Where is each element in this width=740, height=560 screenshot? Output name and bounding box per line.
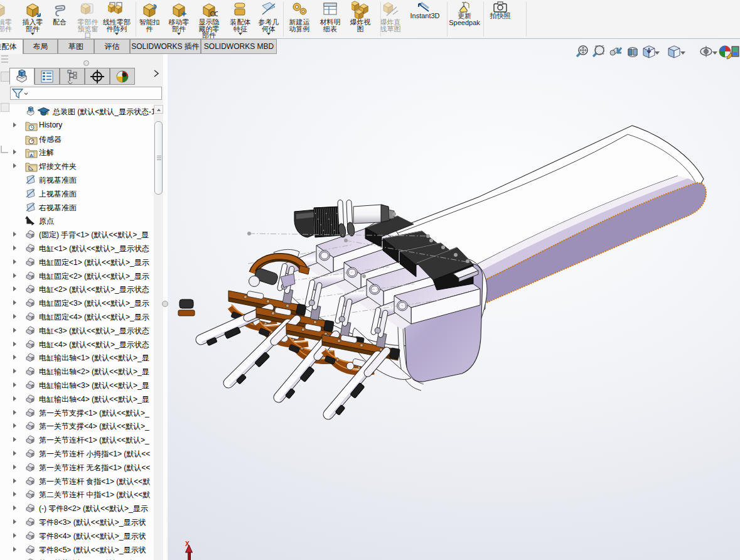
svg-text:A: A (29, 153, 33, 158)
